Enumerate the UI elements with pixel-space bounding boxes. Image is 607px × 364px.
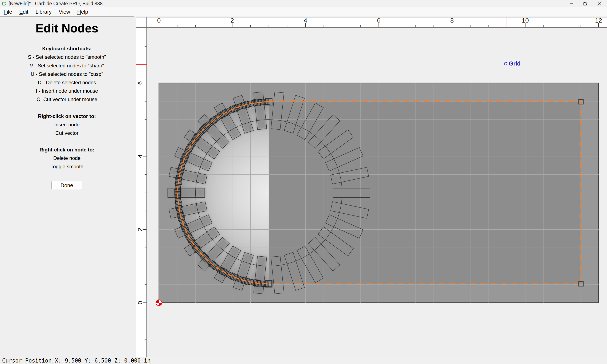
shortcut-item: S - Set selected nodes to "smooth"	[0, 54, 134, 60]
svg-text:6: 6	[377, 17, 381, 24]
close-button[interactable]	[592, 0, 606, 7]
svg-text:Grid: Grid	[509, 60, 521, 67]
svg-text:0: 0	[157, 17, 161, 24]
svg-text:2: 2	[230, 17, 234, 24]
app-logo-icon: C	[2, 1, 6, 6]
close-icon	[597, 2, 601, 5]
node-item: Toggle smooth	[0, 163, 134, 170]
svg-text:6: 6	[137, 81, 144, 85]
node-heading: Right-click on node to:	[0, 147, 134, 153]
left-ruler	[136, 17, 147, 357]
menu-library[interactable]: Library	[32, 7, 55, 16]
svg-text:4: 4	[137, 154, 144, 158]
shortcut-item: U - Set selected nodes to "cusp"	[0, 71, 134, 77]
shortcut-item: D - Delete selected nodes	[0, 79, 134, 86]
svg-text:12: 12	[595, 17, 602, 24]
cursor-position-text: Cursor Position X: 9.500 Y: 6.500 Z: 0.0…	[2, 357, 150, 364]
shortcut-item: C- Cut vector under mouse	[0, 96, 134, 103]
shortcuts-heading: Keyboard shortcuts:	[0, 46, 134, 52]
menu-view[interactable]: View	[55, 7, 74, 16]
design-canvas[interactable]: 0246810120246 Grid	[136, 16, 607, 357]
vector-item: Insert node	[0, 122, 134, 128]
menu-file[interactable]: File	[0, 7, 16, 16]
minimize-button[interactable]	[564, 0, 578, 7]
window-controls	[564, 0, 606, 7]
title-bar: C [NewFile]* - Carbide Create PRO, Build…	[0, 0, 607, 7]
svg-text:4: 4	[304, 17, 307, 24]
edit-nodes-panel: Edit Nodes Keyboard shortcuts: S - Set s…	[0, 16, 134, 357]
svg-text:8: 8	[450, 17, 454, 24]
svg-text:2: 2	[137, 228, 144, 231]
top-ruler	[136, 17, 607, 27]
panel-title: Edit Nodes	[0, 21, 134, 35]
restore-icon	[583, 2, 587, 5]
shortcut-item: I - Insert node under mouse	[0, 88, 134, 94]
menu-help[interactable]: Help	[74, 7, 92, 16]
done-button[interactable]: Done	[52, 181, 82, 190]
node-item: Delete node	[0, 155, 134, 161]
menu-bar: File Edit Library View Help	[0, 7, 607, 16]
origin-marker	[156, 300, 162, 306]
svg-text:10: 10	[522, 17, 529, 24]
shortcut-item: V - Set selected nodes to "sharp"	[0, 63, 134, 69]
window-title: [NewFile]* - Carbide Create PRO, Build 8…	[9, 1, 103, 7]
restore-button[interactable]	[578, 0, 592, 7]
svg-text:0: 0	[137, 301, 144, 305]
vector-item: Cut vector	[0, 130, 134, 136]
vector-heading: Right-click on vector to:	[0, 113, 134, 119]
minimize-icon	[569, 2, 573, 5]
status-bar: Cursor Position X: 9.500 Y: 6.500 Z: 0.0…	[0, 357, 607, 364]
menu-edit[interactable]: Edit	[16, 7, 32, 16]
